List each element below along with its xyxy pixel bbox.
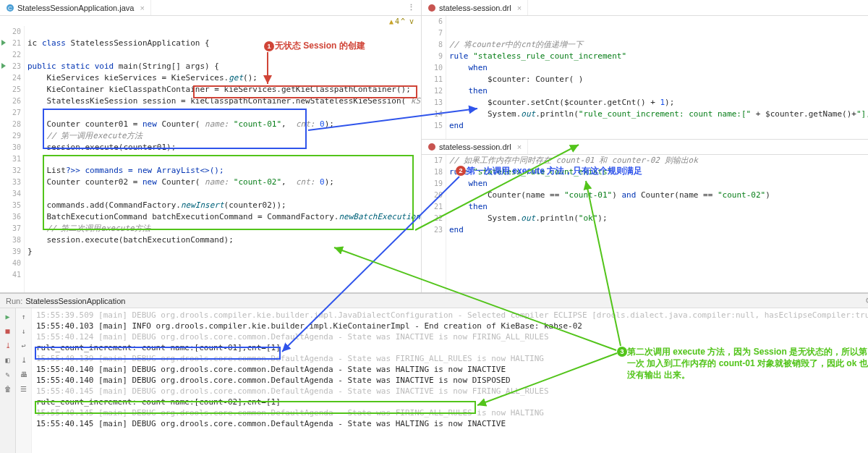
down-icon[interactable]: ↓: [19, 326, 29, 336]
close-icon[interactable]: ×: [514, 4, 522, 12]
run-header: Run: StatelessSessionApplication ⚙ —: [0, 294, 868, 308]
more-tabs-icon[interactable]: ⋮: [401, 3, 421, 12]
highlight-box-blue: [43, 109, 307, 149]
highlight-box-green-console: [35, 401, 476, 414]
layout-icon[interactable]: ◧: [3, 355, 13, 365]
gutter-left: 2021222324252627282930313233343536373839…: [0, 26, 25, 292]
run-toolbar-left2: ↑ ↓ ↩ ⤓ 🖶 ☰: [16, 308, 32, 453]
highlight-box-red: [193, 85, 417, 98]
rerun-icon[interactable]: ▶: [3, 311, 13, 321]
badge-1: 1: [264, 41, 274, 51]
run-config-name[interactable]: StatelessSessionApplication: [25, 297, 125, 305]
tab-java-file[interactable]: C StatelessSessionApplication.java ×: [0, 0, 151, 15]
highlight-box-blue-console: [35, 347, 281, 360]
badge-3: 3: [617, 347, 627, 357]
run-label: Run:: [6, 297, 22, 305]
tab-drl-top[interactable]: stateless-session.drl ×: [422, 0, 528, 15]
code-r1[interactable]: // 将counter中的cnt的值递增一下rule "stateless_ru…: [446, 16, 868, 139]
run-toolbar-left: ▶ ■ ⤓ ◧ ✎ 🗑: [0, 308, 16, 453]
annotation-2: 第一次调用 execute 方法，只有这个规则满足: [467, 165, 642, 177]
console-output[interactable]: 15:55:39.509 [main] DEBUG org.drools.com…: [32, 308, 868, 453]
tab-drl-bottom[interactable]: stateless-session.drl ×: [422, 140, 528, 154]
svg-point-2: [428, 4, 435, 12]
stop-icon[interactable]: ■: [3, 326, 13, 336]
gutter-r1: 6789101112131415: [422, 16, 446, 139]
svg-point-3: [428, 143, 435, 151]
filter-icon[interactable]: ☰: [19, 384, 29, 394]
svg-text:C: C: [8, 5, 12, 12]
annotation-1: 无状态 Session 的创建: [275, 40, 365, 52]
highlight-box-green: [43, 155, 414, 230]
tabs-right-bottom: stateless-session.drl × ⋮: [422, 139, 868, 155]
right-editor-pane: stateless-session.drl × ⋮ 67891011121314…: [422, 0, 868, 292]
badge-2: 2: [456, 166, 466, 176]
tab-label: stateless-session.drl: [439, 143, 511, 151]
drl-file-icon: [427, 4, 436, 12]
drl-file-icon: [427, 143, 436, 151]
exit-icon[interactable]: ⤓: [3, 340, 13, 350]
java-file-icon: C: [6, 4, 14, 12]
close-icon[interactable]: ×: [514, 143, 522, 151]
up-icon[interactable]: ↑: [19, 311, 29, 321]
pin-icon[interactable]: ✎: [3, 369, 13, 379]
tabs-right-top: stateless-session.drl × ⋮: [422, 0, 868, 16]
gear-icon[interactable]: ⚙: [865, 296, 868, 305]
gutter-r2: 17181920212223: [422, 155, 446, 292]
trash-icon[interactable]: 🗑: [3, 384, 13, 394]
tab-label: StatelessSessionApplication.java: [17, 4, 134, 12]
print-icon[interactable]: 🖶: [19, 369, 29, 379]
tab-label: stateless-session.drl: [439, 4, 511, 12]
softwrap-icon[interactable]: ↩: [19, 340, 29, 350]
annotation-3: 第二次调用 execute 方法，因为 Session 是无状态的，所以第一次 …: [627, 346, 868, 381]
tabs-left: C StatelessSessionApplication.java × ⋮: [0, 0, 421, 16]
inspection-status: ▲4 ^ v: [0, 16, 421, 26]
close-icon[interactable]: ×: [137, 4, 144, 12]
scroll-icon[interactable]: ⤓: [19, 355, 29, 365]
